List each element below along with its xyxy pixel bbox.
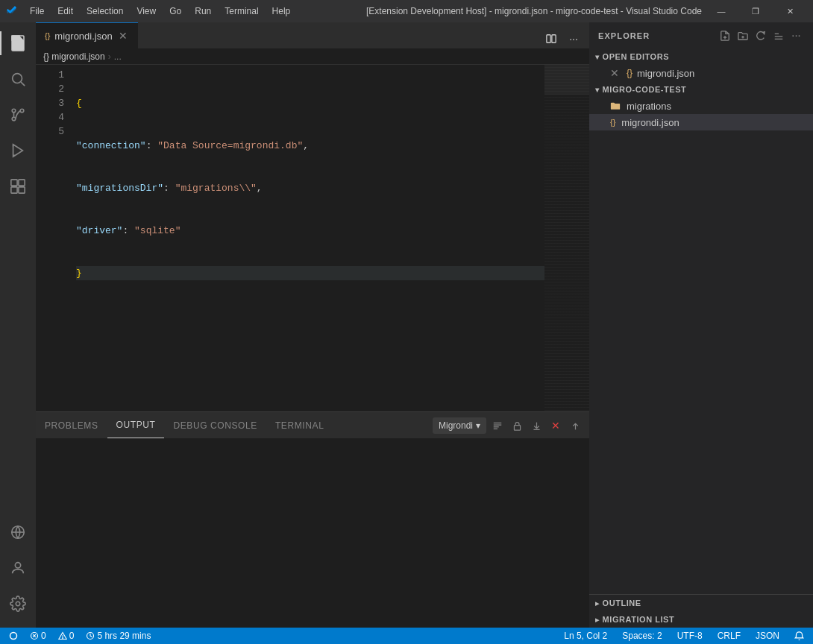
svg-line-3 [21,82,25,86]
sidebar-title: Explorer [598,31,650,40]
menu-help[interactable]: Help [266,4,297,18]
minimap-slider[interactable] [544,65,589,95]
tab-bar: {} migrondi.json ✕ ··· [36,22,589,48]
extensions-icon[interactable] [0,168,36,204]
file-tree: Migro-Code-Test migrations {} migrondi.j… [589,81,813,594]
explorer-icon[interactable] [0,25,36,61]
menu-view[interactable]: View [131,4,162,18]
tab-close-button[interactable]: ✕ [117,30,129,42]
refresh-explorer-button[interactable] [753,28,768,43]
svg-point-4 [12,109,16,113]
tree-file-migrondi-json[interactable]: {} migrondi.json [589,114,813,130]
bell-icon [794,631,804,641]
tree-folder-migrations[interactable]: migrations [589,98,813,114]
status-errors[interactable]: 0 [27,628,49,644]
line-ending-display: CRLF [718,631,741,641]
status-notifications[interactable] [791,628,807,644]
status-time[interactable]: 5 hrs 29 mins [83,628,154,644]
panel-tab-output[interactable]: Output [107,412,165,438]
maximize-panel-button[interactable] [567,417,583,434]
account-icon[interactable] [0,550,36,586]
encoding-display: UTF-8 [677,631,703,641]
panel-tabs: Problems Output Debug Console Terminal M… [36,412,589,438]
status-line-col[interactable]: Ln 5, Col 2 [561,628,610,644]
more-sidebar-actions[interactable]: ··· [789,28,804,43]
status-language[interactable]: JSON [753,628,782,644]
activity-bar-bottom [0,514,36,628]
line-col-display: Ln 5, Col 2 [564,631,607,641]
breadcrumb-separator: › [108,51,111,62]
status-spaces[interactable]: Spaces: 2 [619,628,665,644]
outline-header[interactable]: Outline [589,595,813,611]
warning-count: 0 [69,631,75,641]
tab-label: migrondi.json [54,31,112,42]
open-editor-filename: migrondi.json [637,68,694,79]
close-button[interactable]: ✕ [773,0,807,22]
split-editor-button[interactable] [542,29,561,48]
minimize-button[interactable]: — [704,0,738,22]
panel-output-selector[interactable]: Migrondi ▾ [433,417,486,434]
code-line-1: { [76,96,544,110]
scroll-to-end-button[interactable] [528,417,544,434]
remote-icon[interactable] [0,514,36,550]
menu-go[interactable]: Go [163,4,187,18]
spaces-display: Spaces: 2 [622,631,662,641]
sidebar-header: Explorer [589,22,813,48]
menu-terminal[interactable]: Terminal [219,4,264,18]
new-file-button[interactable] [718,28,732,43]
svg-rect-20 [552,35,556,43]
close-panel-button[interactable]: ✕ [547,417,564,434]
code-area[interactable]: { "connection": "Data Source=migrondi.db… [73,65,544,411]
sidebar: Explorer [589,22,813,628]
status-line-ending[interactable]: CRLF [715,628,744,644]
tab-icon: {} [45,31,50,40]
status-remote[interactable] [6,628,21,644]
code-line-4: "driver": "sqlite" [76,224,544,238]
menu-run[interactable]: Run [189,4,217,18]
status-bar-left: 0 0 5 hrs 29 mins [6,628,154,644]
menu-file[interactable]: File [24,4,50,18]
panel-output-label: Migrondi [439,420,473,431]
tab-migrondi-json[interactable]: {} migrondi.json ✕ [36,22,138,48]
settings-icon[interactable] [0,586,36,622]
svg-point-18 [16,602,20,606]
menu-selection[interactable]: Selection [81,4,129,18]
panel-content[interactable] [36,438,589,628]
migration-list-label: Migration List [603,615,675,624]
clear-output-button[interactable] [489,417,506,434]
lock-output-button[interactable] [509,417,525,434]
status-warnings[interactable]: 0 [55,628,78,644]
open-editors-section: Open Editors ✕ {} migrondi.json [589,48,813,81]
run-debug-icon[interactable] [0,133,36,168]
status-encoding[interactable]: UTF-8 [674,628,706,644]
breadcrumb: {} migrondi.json › ... [36,48,589,65]
maximize-button[interactable]: ❐ [738,0,773,22]
file-tree-header[interactable]: Migro-Code-Test [589,81,813,98]
close-editor-icon[interactable]: ✕ [610,67,619,79]
open-editors-header[interactable]: Open Editors [589,48,813,65]
migration-list-header[interactable]: Migration List [589,611,813,628]
collapse-all-button[interactable] [771,28,786,43]
window-controls: — ❐ ✕ [704,0,807,22]
menu-edit[interactable]: Edit [51,4,79,18]
panel-area: Problems Output Debug Console Terminal M… [36,411,589,628]
chevron-down-icon: ▾ [476,420,480,431]
file-tree-chevron [595,86,600,94]
code-line-5: } [76,266,544,280]
svg-point-5 [12,117,16,121]
breadcrumb-path[interactable]: ... [114,51,122,62]
more-actions-button[interactable]: ··· [564,29,583,48]
tab-bar-actions: ··· [536,29,589,48]
panel-tab-debug-console[interactable]: Debug Console [164,412,266,438]
open-editors-label: Open Editors [603,52,670,61]
file-type-icon: {} [627,68,632,78]
panel-tab-problems[interactable]: Problems [36,412,107,438]
editor-content: 1 2 3 4 5 { "connection": "Data Source=m… [36,65,589,411]
breadcrumb-file[interactable]: {} migrondi.json [43,51,105,62]
panel-tab-terminal[interactable]: Terminal [266,412,333,438]
source-control-icon[interactable] [0,97,36,133]
svg-rect-25 [514,425,520,430]
search-icon[interactable] [0,61,36,97]
open-editor-item-migrondi[interactable]: ✕ {} migrondi.json [589,65,813,81]
new-folder-button[interactable] [735,28,750,43]
